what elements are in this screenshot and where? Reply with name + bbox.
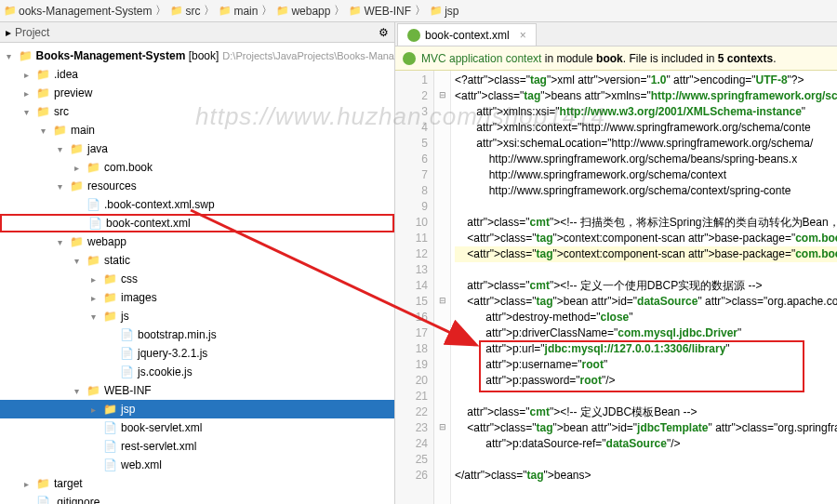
code-editor[interactable]: 1234567891011121314151617181920212223242… bbox=[395, 71, 837, 504]
tree-item[interactable]: 📄book-servlet.xml bbox=[0, 418, 394, 437]
tree-item[interactable]: ▾📁webapp bbox=[0, 232, 394, 251]
gear-icon[interactable]: ⚙ bbox=[379, 26, 389, 39]
project-title: Project bbox=[15, 26, 49, 39]
breadcrumb-item[interactable]: WEB-INF bbox=[364, 5, 411, 18]
folder-icon: 📁 bbox=[102, 272, 117, 286]
tree-item[interactable]: ▸📁images bbox=[0, 288, 394, 307]
file-icon: 📄 bbox=[35, 495, 50, 504]
folder-icon: 📁 bbox=[102, 402, 117, 417]
code-line[interactable]: <attr">class="tag">context:component-sca… bbox=[455, 246, 837, 262]
close-icon[interactable]: × bbox=[520, 29, 526, 42]
folder-icon: 📁 bbox=[102, 290, 117, 305]
tree-item[interactable]: ▸📁com.book bbox=[0, 158, 394, 177]
tree-item[interactable]: ▾📁WEB-INF bbox=[0, 381, 394, 400]
code-line[interactable]: </attr">class="tag">beans> bbox=[455, 468, 837, 484]
editor-tabs[interactable]: book-context.xml × bbox=[395, 22, 837, 46]
project-tree[interactable]: ▾📁Books-Management-System [book]D:\Proje… bbox=[0, 43, 394, 504]
tree-item[interactable]: 📄bootstrap.min.js bbox=[0, 325, 394, 344]
tree-item[interactable]: ▾📁static bbox=[0, 251, 394, 270]
code-line[interactable] bbox=[455, 262, 837, 278]
highlight-box bbox=[479, 340, 804, 392]
folder-icon: 📁 bbox=[35, 67, 50, 82]
code-line[interactable] bbox=[455, 452, 837, 468]
folder-icon: 📁 bbox=[35, 86, 50, 100]
folder-icon: 📁 bbox=[276, 5, 289, 17]
tree-item[interactable]: ▾📁resources bbox=[0, 177, 394, 195]
code-line[interactable]: attr">destroy-method="close" bbox=[455, 310, 837, 325]
tree-item[interactable]: 📄book-context.xml bbox=[0, 214, 394, 232]
fold-column[interactable]: ⊟⊟⊟ bbox=[434, 71, 451, 504]
project-header[interactable]: ▸ Project ⚙ bbox=[0, 22, 394, 43]
tree-item[interactable]: 📄web.xml bbox=[0, 456, 394, 474]
breadcrumb-item[interactable]: src bbox=[185, 5, 200, 18]
folder-icon: 📁 bbox=[219, 5, 232, 17]
code-area[interactable]: <?attr">class="tag">xml attr">version="1… bbox=[451, 71, 837, 504]
tree-item[interactable]: 📄.gitignore bbox=[0, 493, 394, 504]
spring-icon bbox=[407, 29, 420, 42]
tree-item[interactable]: ▸📁jsp bbox=[0, 400, 394, 418]
xml-icon: 📄 bbox=[102, 439, 117, 454]
breadcrumb-item[interactable]: main bbox=[233, 5, 258, 18]
project-panel: ▸ Project ⚙ ▾📁Books-Management-System [b… bbox=[0, 22, 395, 504]
folder-icon: 📁 bbox=[349, 5, 362, 17]
js-icon: 📄 bbox=[119, 346, 134, 361]
tree-item[interactable]: ▾📁java bbox=[0, 139, 394, 158]
folder-icon: 📁 bbox=[35, 476, 50, 491]
tree-item[interactable]: 📄rest-servlet.xml bbox=[0, 437, 394, 456]
js-icon: 📄 bbox=[119, 365, 134, 379]
xml-icon: 📄 bbox=[102, 420, 117, 435]
folder-icon: 📁 bbox=[86, 383, 100, 398]
tab-label: book-context.xml bbox=[425, 29, 510, 42]
code-line[interactable]: http://www.springframework.org/schema/be… bbox=[455, 152, 837, 167]
code-line[interactable]: attr">class="cmt"><!-- 扫描类包，将标注Spring注解的… bbox=[455, 215, 837, 231]
breadcrumb-item[interactable]: jsp bbox=[445, 5, 458, 18]
info-prefix: MVC application context bbox=[421, 52, 541, 65]
folder-icon: 📁 bbox=[86, 253, 100, 268]
folder-icon: 📁 bbox=[86, 160, 100, 175]
folder-icon: 📁 bbox=[4, 5, 17, 17]
editor-panel: book-context.xml × MVC application conte… bbox=[395, 22, 837, 504]
tree-item[interactable]: ▸📁preview bbox=[0, 84, 394, 102]
code-line[interactable] bbox=[455, 199, 837, 215]
code-line[interactable]: http://www.springframework.org/schema/co… bbox=[455, 183, 837, 199]
tree-item[interactable]: ▾📁src bbox=[0, 102, 394, 121]
folder-icon: 📁 bbox=[102, 309, 117, 324]
folder-icon: 📁 bbox=[69, 141, 84, 156]
folder-icon: 📁 bbox=[170, 5, 183, 17]
line-gutter: 1234567891011121314151617181920212223242… bbox=[395, 71, 434, 504]
tab-book-context[interactable]: book-context.xml × bbox=[397, 23, 537, 46]
code-line[interactable]: attr">class="cmt"><!-- 定义JDBC模板Bean --> bbox=[455, 405, 837, 420]
code-line[interactable]: attr">p:driverClassName="com.mysql.jdbc.… bbox=[455, 325, 837, 341]
code-line[interactable]: attr">xsi:schemaLocation="http://www.spr… bbox=[455, 136, 837, 152]
code-line[interactable]: <attr">class="tag">beans attr">xmlns="ht… bbox=[455, 88, 837, 104]
tree-root[interactable]: ▾📁Books-Management-System [book]D:\Proje… bbox=[0, 46, 394, 65]
breadcrumb-item[interactable]: webapp bbox=[291, 5, 330, 18]
code-line[interactable]: attr">xmlns:xsi="http://www.w3.org/2001/… bbox=[455, 104, 837, 120]
tree-item[interactable]: 📄.book-context.xml.swp bbox=[0, 195, 394, 214]
tree-item[interactable]: 📄jquery-3.2.1.js bbox=[0, 344, 394, 363]
code-line[interactable]: <attr">class="tag">bean attr">id="dataSo… bbox=[455, 294, 837, 310]
breadcrumb-item[interactable]: ooks-Management-System bbox=[19, 5, 152, 18]
code-line[interactable]: attr">xmlns:context="http://www.springfr… bbox=[455, 120, 837, 136]
info-bar: MVC application context in module book. … bbox=[395, 46, 837, 71]
folder-icon: 📁 bbox=[69, 234, 84, 249]
tree-item[interactable]: 📄js.cookie.js bbox=[0, 363, 394, 381]
xml-icon: 📄 bbox=[87, 216, 102, 231]
code-line[interactable]: attr">class="cmt"><!-- 定义一个使用DBCP实现的数据源 … bbox=[455, 278, 837, 294]
code-line[interactable]: <?attr">class="tag">xml attr">version="1… bbox=[455, 73, 837, 88]
code-line[interactable]: http://www.springframework.org/schema/co… bbox=[455, 167, 837, 183]
code-line[interactable]: attr">p:dataSource-ref="dataSource"/> bbox=[455, 436, 837, 452]
folder-icon: 📁 bbox=[52, 123, 67, 138]
folder-icon: 📁 bbox=[69, 179, 84, 193]
tree-item[interactable]: ▸📁css bbox=[0, 270, 394, 288]
tree-item[interactable]: ▾📁main bbox=[0, 121, 394, 139]
folder-icon: 📁 bbox=[430, 5, 443, 17]
breadcrumb[interactable]: 📁ooks-Management-System〉📁src〉📁main〉📁weba… bbox=[0, 0, 837, 22]
tree-item[interactable]: ▾📁js bbox=[0, 307, 394, 325]
code-line[interactable]: <attr">class="tag">context:component-sca… bbox=[455, 231, 837, 246]
tree-item[interactable]: ▸📁target bbox=[0, 474, 394, 493]
tree-item[interactable]: ▸📁.idea bbox=[0, 65, 394, 84]
code-line[interactable]: <attr">class="tag">bean attr">id="jdbcTe… bbox=[455, 420, 837, 436]
spring-icon bbox=[403, 52, 416, 65]
xml-icon: 📄 bbox=[86, 197, 100, 212]
